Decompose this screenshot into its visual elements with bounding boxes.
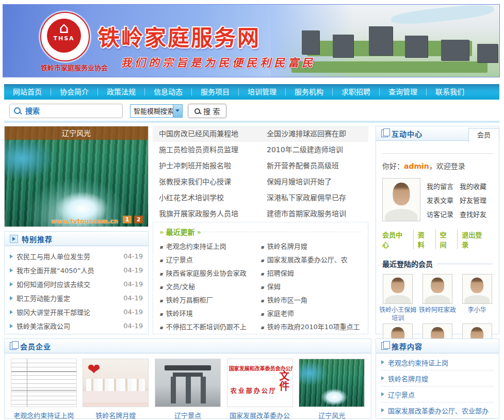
- recent-link[interactable]: ▪招聘保姆: [261, 267, 362, 280]
- recent-link[interactable]: ▪文员/文秘: [159, 280, 261, 294]
- search-input[interactable]: [24, 105, 121, 117]
- special-link[interactable]: 如何知道何时应该去续交: [17, 279, 120, 289]
- enterprise-caption-link[interactable]: 铁岭名牌月嫂: [83, 410, 149, 420]
- nav-item-query[interactable]: 查询管理: [380, 84, 426, 100]
- news-link[interactable]: 建德市首期家政服务培训: [261, 206, 368, 222]
- recent-link[interactable]: ▪不停招工不断培训仍跟不上: [159, 320, 261, 334]
- friend-manage-link[interactable]: 好友管理: [460, 195, 493, 205]
- recent-link[interactable]: ▪铁岭万昌橱柜厂: [159, 294, 261, 307]
- recent-link[interactable]: ▪保姆: [261, 280, 362, 294]
- news-link[interactable]: 张教授来我们中心授课: [153, 174, 261, 190]
- enterprise-thumbnail[interactable]: [299, 359, 365, 407]
- space-link[interactable]: 空间: [435, 230, 458, 249]
- headline-news-list: 中国房改已经风雨兼程地全国沙滩排球巡回赛在即 施工员检验员资料员监理2010年二…: [153, 126, 368, 222]
- recent-link[interactable]: ▪老观念约束持证上岗: [159, 240, 261, 253]
- my-messages-link[interactable]: 我的留言: [427, 181, 460, 191]
- member-center-link[interactable]: 会员中心: [382, 230, 413, 249]
- special-link[interactable]: 银冈大讲堂开展干部理论: [17, 307, 120, 317]
- recent-link[interactable]: ▪铁岭名牌月嫂: [261, 240, 362, 253]
- member-avatar[interactable]: [462, 274, 492, 304]
- visitor-log-link[interactable]: 访客记录: [427, 209, 460, 219]
- nav-item-policy[interactable]: 政策法规: [98, 84, 144, 100]
- news-link[interactable]: 全国沙滩排球巡回赛在即: [261, 126, 368, 142]
- nav-item-services[interactable]: 服务项目: [192, 84, 238, 100]
- recent-link[interactable]: ▪铁岭市区一角: [261, 294, 362, 307]
- recommended-link[interactable]: 国家发展改革委办公厅、农业部办: [381, 402, 494, 418]
- nav-item-contact[interactable]: 联系我们: [427, 84, 473, 100]
- special-date: 04-19: [123, 322, 143, 330]
- enterprise-thumbnail[interactable]: ❤: [83, 359, 149, 407]
- user-avatar[interactable]: [382, 178, 420, 221]
- nav-item-training[interactable]: 培训管理: [239, 84, 285, 100]
- site-title: 铁岭家庭服务网: [98, 20, 261, 52]
- post-article-link[interactable]: 发表文章: [427, 195, 460, 205]
- search-button[interactable]: 搜 索: [188, 104, 226, 118]
- news-row: 小红花艺术培训学校深港私下家政雇佣早已存: [153, 190, 368, 206]
- search-mode-select[interactable]: 智能模糊搜索: [130, 104, 183, 118]
- search-button-icon: [194, 108, 200, 114]
- member-avatar[interactable]: [383, 274, 413, 304]
- enterprise-caption-link[interactable]: 辽宁风光: [299, 410, 365, 420]
- special-link[interactable]: 职工劳动能力鉴定: [17, 293, 120, 303]
- member-name-link[interactable]: 铁岭小王保姆培训: [378, 306, 418, 321]
- member-avatar[interactable]: [422, 274, 452, 304]
- recommended-link[interactable]: 老观念约束持证上岗: [381, 354, 494, 370]
- special-date: 04-19: [123, 252, 143, 260]
- association-name: 铁岭市家庭服务业协会: [28, 62, 121, 72]
- member-name-link[interactable]: 李小华: [457, 306, 497, 321]
- news-link[interactable]: 我旗开展家政服务人员培: [153, 206, 261, 222]
- enterprise-thumbnail[interactable]: [155, 359, 221, 407]
- member-name-link[interactable]: 铁岭阿旺家政: [418, 306, 458, 321]
- logout-link[interactable]: 退出登录: [457, 230, 493, 249]
- recent-members-title: 最近登陆的会员: [382, 259, 493, 269]
- slideshow-page-1[interactable]: 1: [123, 216, 132, 223]
- find-friends-link[interactable]: 查找好友: [460, 209, 493, 219]
- news-link[interactable]: 施工员检验员资料员监理: [153, 142, 261, 158]
- photo-slideshow[interactable]: 辽宁风光 www.tvtour.com.cn 1 2: [4, 126, 149, 227]
- recent-link[interactable]: ▪国家发展改革委办公厅、农: [261, 253, 362, 267]
- enterprise-caption-link[interactable]: 老观念约束持证上岗: [11, 410, 77, 420]
- username: admin: [404, 162, 429, 170]
- my-favorites-link[interactable]: 我的收藏: [460, 181, 493, 191]
- square-bullet-icon: ▪: [159, 325, 163, 330]
- special-link[interactable]: 农民工与用人单位发生劳: [17, 251, 120, 261]
- recent-link[interactable]: ▪铁岭环境: [159, 307, 261, 320]
- recent-link[interactable]: ▪家庭老师: [261, 307, 362, 320]
- news-link[interactable]: 新开营养配餐员高级班: [261, 158, 368, 174]
- association-logo: ⌂ THSA: [40, 12, 90, 61]
- enterprise-item: ❤ 铁岭名牌月嫂: [83, 359, 149, 420]
- news-link[interactable]: 深港私下家政雇佣早已存: [261, 190, 368, 206]
- enterprise-caption-link[interactable]: 辽宁景点: [155, 410, 221, 420]
- enterprise-caption-link[interactable]: 国家发展改革委办公: [227, 410, 293, 420]
- slideshow-page-2[interactable]: 2: [134, 216, 143, 223]
- tab-member[interactable]: 会员: [468, 128, 499, 142]
- arrow-bullet-icon: [381, 408, 384, 412]
- special-link[interactable]: 铁岭美洁家政公司: [17, 321, 120, 331]
- recommended-link[interactable]: 辽宁景点: [381, 386, 494, 402]
- special-recommend-title: 特别推荐: [22, 234, 53, 244]
- member-cell: 铁岭阿旺家政: [418, 274, 458, 321]
- special-link[interactable]: 我市全面开展“4050”人员: [17, 265, 120, 275]
- nav-item-about[interactable]: 协会简介: [51, 84, 97, 100]
- recommended-content-panel: 推荐内容 老观念约束持证上岗 铁岭名牌月嫂 辽宁景点 国家发展改革委办公厅、农业…: [376, 338, 499, 419]
- news-link[interactable]: 小红花艺术培训学校: [153, 190, 261, 206]
- recent-link[interactable]: ▪陕西省家庭服务业协会家政: [159, 267, 261, 280]
- recent-row: ▪铁岭环境▪家庭老师: [159, 307, 362, 320]
- news-link[interactable]: 护士冲刺班开始报名啦: [153, 158, 261, 174]
- enterprise-thumbnail[interactable]: [11, 359, 77, 407]
- site-slogan: 我们的宗旨是为民便民利民富民: [121, 54, 316, 70]
- news-link[interactable]: 中国房改已经风雨兼程地: [153, 126, 261, 142]
- recent-link[interactable]: ▪铁岭市政府2010年10项重点工: [261, 320, 362, 334]
- nav-item-news[interactable]: 信息动态: [145, 84, 191, 100]
- recent-link[interactable]: ▪辽宁景点: [159, 253, 261, 267]
- enterprise-thumbnail[interactable]: 国家发展和改革委员会办公厅 农业部办公厅 文件: [227, 359, 293, 407]
- nav-item-jobs[interactable]: 求职招聘: [333, 84, 379, 100]
- news-link[interactable]: 2010年二级建造师培训: [261, 142, 368, 158]
- news-link[interactable]: 保姆月嫂培训开始了: [261, 174, 368, 190]
- nav-item-agencies[interactable]: 服务机构: [286, 84, 332, 100]
- profile-link[interactable]: 资料: [413, 230, 435, 249]
- nav-item-home[interactable]: 网站首页: [4, 84, 51, 100]
- square-bullet-icon: ▪: [261, 257, 264, 263]
- double-arrow-icon: »: [159, 228, 164, 236]
- recommended-link[interactable]: 铁岭名牌月嫂: [381, 370, 494, 386]
